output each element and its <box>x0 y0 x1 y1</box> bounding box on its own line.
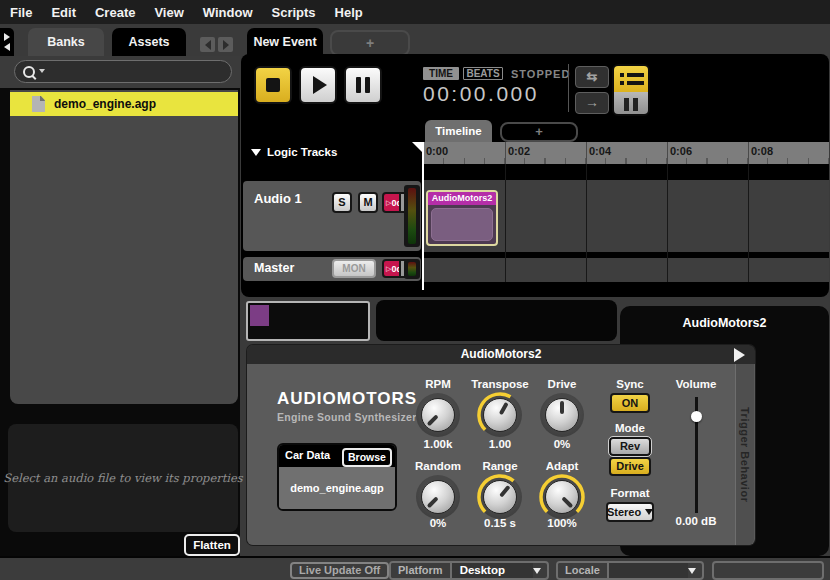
menu-view[interactable]: View <box>154 5 183 20</box>
browse-button[interactable]: Browse <box>342 448 392 467</box>
tab-strip: Banks Assets New Event + <box>0 24 830 56</box>
chevron-right-icon <box>4 33 10 41</box>
level-meter <box>404 259 420 279</box>
asset-row-selected[interactable]: demo_engine.agp <box>10 92 238 116</box>
arrow-left-icon <box>205 40 211 50</box>
tab-nav-left-button[interactable] <box>200 37 215 52</box>
time-mode-toggle[interactable]: TIME <box>423 67 459 80</box>
event-panel: TIME BEATS STOPPED 00:00.000 ⇆ → Timelin… <box>241 54 829 297</box>
chevron-down-icon <box>533 568 541 574</box>
pause-icon <box>356 77 370 93</box>
add-timeline-tab-button[interactable]: + <box>500 122 578 142</box>
plugin-title-bar[interactable]: AudioMotors2 <box>247 345 755 364</box>
random-knob[interactable] <box>416 475 460 519</box>
chevron-down-icon <box>688 568 696 574</box>
search-filter-caret-icon[interactable] <box>39 69 45 73</box>
arrow-right-icon <box>223 40 229 50</box>
chevron-down-icon <box>645 509 653 515</box>
ruler-label: 0:00 <box>426 145 448 157</box>
range-knob[interactable] <box>478 475 522 519</box>
panel-collapse-handle[interactable] <box>0 28 14 56</box>
menu-help[interactable]: Help <box>335 5 363 20</box>
loop-icon: ⇆ <box>587 69 598 84</box>
menu-file[interactable]: File <box>10 5 32 20</box>
plugin-subtitle: Engine Sound Synthesizer <box>277 411 417 423</box>
loop-button[interactable]: ⇆ <box>575 66 609 88</box>
list-icon <box>620 73 648 77</box>
properties-panel: Select an audio file to view its propert… <box>8 424 238 532</box>
jump-forward-button[interactable]: → <box>575 92 609 114</box>
track-name: Master <box>254 261 294 275</box>
flatten-button[interactable]: Flatten <box>184 534 240 556</box>
logic-tracks-header[interactable]: Logic Tracks <box>251 146 337 158</box>
tab-timeline[interactable]: Timeline <box>425 120 492 142</box>
mode-drive-button[interactable]: Drive <box>609 457 651 476</box>
trigger-behavior-tab[interactable]: Trigger Behavior <box>735 364 754 545</box>
playhead-line[interactable] <box>422 142 424 290</box>
volume-slider-handle[interactable] <box>691 411 702 422</box>
list-view-button[interactable] <box>614 66 648 92</box>
knob-value-adapt: 100% <box>522 517 602 529</box>
add-event-tab-button[interactable]: + <box>330 30 410 56</box>
pause-button[interactable] <box>344 66 382 104</box>
volume-label: Volume <box>656 378 736 390</box>
mute-button[interactable]: M <box>358 192 378 213</box>
car-data-file-slot[interactable]: demo_engine.agp <box>279 467 395 509</box>
car-data-panel: Car Data Browse demo_engine.agp <box>277 443 397 511</box>
extra-select[interactable] <box>712 561 824 580</box>
ruler-label: 0:02 <box>508 145 530 157</box>
event-overview-box[interactable] <box>246 301 370 341</box>
drive-knob[interactable] <box>540 393 584 437</box>
solo-button[interactable]: S <box>332 192 352 213</box>
stop-icon <box>266 78 280 92</box>
file-icon <box>32 96 45 112</box>
time-ruler[interactable]: 0:00 0:02 0:04 0:06 0:08 <box>422 142 829 164</box>
monitor-button[interactable]: MON <box>332 259 376 278</box>
format-label: Format <box>590 487 670 499</box>
clip-title: AudioMotors2 <box>428 192 496 205</box>
pause-icon <box>624 98 629 111</box>
transport-clock: 00:00.000 <box>423 82 539 106</box>
stop-button[interactable] <box>254 66 292 104</box>
track-header-master: Master MON ▷0dB <box>243 257 421 281</box>
overview-clip-thumbnail <box>250 305 269 326</box>
mode-rev-button[interactable]: Rev <box>609 437 651 456</box>
pause-view-button[interactable] <box>614 92 648 116</box>
plugin-panel: AudioMotors2 Trigger Behavior AUDIOMOTOR… <box>247 345 755 545</box>
master-lane[interactable] <box>422 258 829 282</box>
menu-bar: File Edit Create View Window Scripts Hel… <box>0 0 830 24</box>
view-mode-group <box>612 64 650 116</box>
beats-mode-toggle[interactable]: BEATS <box>463 67 503 80</box>
track-header-audio1: Audio 1 S M ▷0dB <box>243 181 421 251</box>
format-select[interactable]: Stereo <box>606 502 654 522</box>
overview-lane[interactable] <box>376 300 617 341</box>
assets-panel: demo_engine.agp Select an audio file to … <box>0 56 240 556</box>
adapt-knob[interactable] <box>540 475 584 519</box>
car-data-label: Car Data <box>285 449 330 461</box>
ruler-label: 0:08 <box>751 145 773 157</box>
play-button[interactable] <box>299 66 337 104</box>
rpm-knob[interactable] <box>416 393 460 437</box>
sync-on-button[interactable]: ON <box>610 393 650 413</box>
live-update-button[interactable]: Live Update Off <box>290 562 389 579</box>
menu-window[interactable]: Window <box>203 5 253 20</box>
tab-nav-right-button[interactable] <box>218 37 233 52</box>
menu-edit[interactable]: Edit <box>51 5 76 20</box>
platform-select[interactable]: Platform Desktop <box>389 561 549 580</box>
inspector-title: AudioMotors2 <box>620 306 829 330</box>
transpose-knob[interactable] <box>478 393 522 437</box>
track-name: Audio 1 <box>254 191 302 206</box>
ruler-label: 0:06 <box>670 145 692 157</box>
tab-new-event[interactable]: New Event <box>247 28 323 56</box>
tab-assets[interactable]: Assets <box>112 28 186 56</box>
tab-banks[interactable]: Banks <box>28 28 104 56</box>
locale-select[interactable]: Locale <box>556 561 704 580</box>
clip-audiomotors2[interactable]: AudioMotors2 <box>426 190 498 246</box>
volume-value: 0.00 dB <box>656 515 736 527</box>
plugin-brand: AUDIOMOTORS <box>277 389 417 409</box>
menu-scripts[interactable]: Scripts <box>272 5 316 20</box>
search-input[interactable] <box>14 60 232 83</box>
menu-create[interactable]: Create <box>95 5 135 20</box>
plugin-expand-icon[interactable] <box>734 348 745 362</box>
transport-status: STOPPED <box>511 68 570 80</box>
